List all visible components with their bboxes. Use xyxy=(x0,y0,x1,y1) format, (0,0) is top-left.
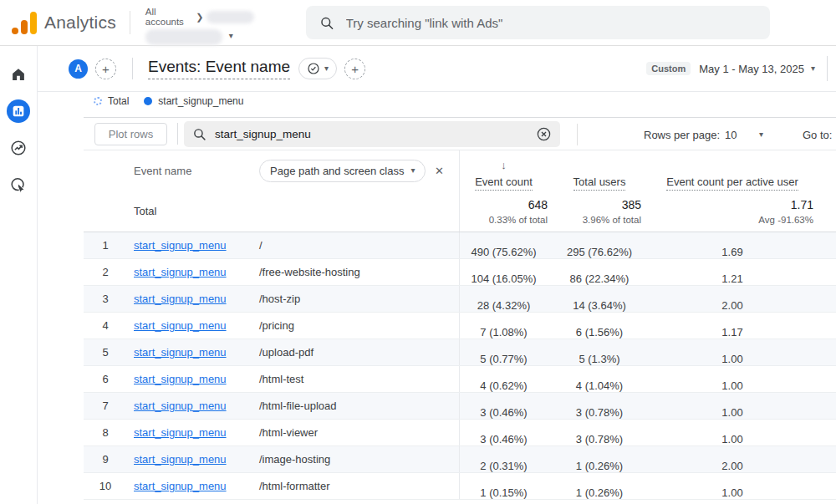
add-report-button[interactable]: + xyxy=(344,59,365,79)
table-row: 1 start_signup_menu / 490 (75.62%) 295 (… xyxy=(84,232,836,259)
page-title[interactable]: Events: Event name xyxy=(148,58,290,79)
avatar[interactable]: A xyxy=(69,59,88,79)
total-users-sub: 3.96% of total xyxy=(583,215,641,225)
sidebar-item-home[interactable] xyxy=(7,63,30,86)
event-name-link[interactable]: start_signup_menu xyxy=(134,239,227,252)
legend-label: Total xyxy=(108,95,129,107)
event-count-cell: 490 (75.62%) xyxy=(459,232,558,258)
total-event-count: 648 xyxy=(528,198,548,211)
total-users-cell: 295 (76.62%) xyxy=(558,232,651,258)
table-header-row: Event name Page path and screen class ▾ … xyxy=(84,150,836,191)
page-path-cell: /html-formatter xyxy=(251,480,459,492)
report-status-pill[interactable]: ▾ xyxy=(298,58,337,79)
table-search-input[interactable] xyxy=(215,128,528,140)
total-event-count-sub: 0.33% of total xyxy=(489,215,548,225)
row-index: 9 xyxy=(84,453,127,466)
event-name-link[interactable]: start_signup_menu xyxy=(134,400,227,412)
caret-down-icon[interactable]: ▾ xyxy=(759,130,763,139)
secondary-dimension-dropdown[interactable]: Page path and screen class ▾ xyxy=(259,160,426,182)
analytics-logo-icon[interactable] xyxy=(12,12,37,34)
table-row: 9 start_signup_menu /image-hosting 2 (0.… xyxy=(84,446,836,473)
row-index: 7 xyxy=(84,400,127,412)
app-name: Analytics xyxy=(44,13,116,33)
series-dot-icon xyxy=(144,97,152,105)
column-header-event-count[interactable]: ↓ Event count xyxy=(459,150,558,191)
sidebar-item-advertising[interactable] xyxy=(7,173,30,196)
row-index: 1 xyxy=(84,239,127,252)
sidebar-item-reports[interactable] xyxy=(7,99,30,123)
divider xyxy=(130,11,130,34)
date-range-badge: Custom xyxy=(646,62,691,75)
topbar: Analytics All accounts ❯ ▾ xyxy=(0,0,836,46)
global-search-bar[interactable] xyxy=(306,6,770,39)
table-row: 4 start_signup_menu /pricing 7 (1.08%) 6… xyxy=(84,313,836,339)
redacted-account-name xyxy=(206,11,253,23)
total-users-cell: 3 (0.78%) xyxy=(558,393,651,419)
column-header-per-active-user[interactable]: Event count per active user xyxy=(651,150,836,191)
goto-page-label: Go to: xyxy=(803,129,832,141)
event-name-link[interactable]: start_signup_menu xyxy=(134,373,227,385)
row-index: 4 xyxy=(84,319,127,332)
sort-desc-icon: ↓ xyxy=(501,159,507,171)
page-path-cell: /html-viewer xyxy=(251,426,459,439)
page-path-cell: / xyxy=(251,239,459,252)
clear-search-button[interactable] xyxy=(536,126,552,142)
remove-dimension-button[interactable]: ✕ xyxy=(435,165,444,177)
total-users-cell: 1 (0.26%) xyxy=(558,446,651,472)
divider xyxy=(177,123,178,145)
plot-rows-button[interactable]: Plot rows xyxy=(94,123,167,145)
per-user-cell: 1.17 xyxy=(651,313,836,339)
per-user-cell: 1.69 xyxy=(651,232,836,258)
explore-icon xyxy=(9,139,28,157)
add-comparison-button[interactable]: + xyxy=(95,59,116,79)
event-count-cell: 7 (1.08%) xyxy=(459,313,558,339)
plus-icon: + xyxy=(102,62,110,76)
event-name-link[interactable]: start_signup_menu xyxy=(134,453,227,466)
global-search-input[interactable] xyxy=(346,16,757,30)
event-name-link[interactable]: start_signup_menu xyxy=(134,266,227,278)
per-user-cell: 2.00 xyxy=(651,446,836,472)
page-path-cell: /image-hosting xyxy=(251,453,459,466)
total-users: 385 xyxy=(622,198,641,211)
caret-down-icon: ▾ xyxy=(410,166,415,175)
column-header-total-users[interactable]: Total users xyxy=(558,150,651,191)
event-count-cell: 1 (0.15%) xyxy=(459,473,558,499)
table-row: 6 start_signup_menu /html-test 4 (0.62%)… xyxy=(84,366,836,393)
legend-item-total[interactable]: Total xyxy=(94,95,129,107)
chevron-down-icon: ▾ xyxy=(229,32,233,40)
date-range-value[interactable]: May 1 - May 13, 2025 xyxy=(699,63,804,75)
event-name-link[interactable]: start_signup_menu xyxy=(134,426,227,439)
table-search-bar[interactable] xyxy=(184,121,560,147)
close-circle-icon xyxy=(536,126,552,142)
event-name-link[interactable]: start_signup_menu xyxy=(134,293,227,305)
event-name-link[interactable]: start_signup_menu xyxy=(134,319,227,332)
table-row: 5 start_signup_menu /upload-pdf 5 (0.77%… xyxy=(84,339,836,366)
rows-per-page-label: Rows per page: xyxy=(644,129,720,141)
column-header-event-name[interactable]: Event name xyxy=(127,165,251,177)
table-row: 10 start_signup_menu /html-formatter 1 (… xyxy=(84,473,836,500)
table-row: 3 start_signup_menu /host-zip 28 (4.32%)… xyxy=(84,286,836,313)
sidebar-item-explore[interactable] xyxy=(7,136,30,160)
row-index: 2 xyxy=(84,266,127,278)
total-users-cell: 5 (1.3%) xyxy=(558,339,651,365)
caret-down-icon[interactable]: ▾ xyxy=(811,64,815,73)
page-path-cell: /host-zip xyxy=(251,293,459,305)
total-users-cell: 3 (0.78%) xyxy=(558,420,651,445)
caret-down-icon: ▾ xyxy=(324,64,329,73)
page-path-cell: /upload-pdf xyxy=(251,346,459,359)
chart-legend: Total start_signup_menu xyxy=(38,92,836,117)
rows-per-page-select[interactable]: 10 xyxy=(725,129,737,141)
per-user-cell: 1.00 xyxy=(651,393,836,419)
sidebar-nav xyxy=(0,46,38,504)
total-per-user-sub: Avg -91.63% xyxy=(758,215,813,225)
event-name-link[interactable]: start_signup_menu xyxy=(134,346,227,359)
event-count-cell: 4 (0.62%) xyxy=(459,366,558,392)
legend-item-series[interactable]: start_signup_menu xyxy=(144,95,243,107)
event-count-cell: 28 (4.32%) xyxy=(459,286,558,312)
total-per-user: 1.71 xyxy=(791,198,813,211)
event-name-link[interactable]: start_signup_menu xyxy=(134,480,227,492)
account-switcher[interactable]: All accounts ❯ ▾ xyxy=(145,4,254,41)
accounts-breadcrumb: All accounts xyxy=(145,7,192,27)
row-index: 5 xyxy=(84,346,127,359)
total-users-cell: 4 (1.04%) xyxy=(558,366,651,392)
